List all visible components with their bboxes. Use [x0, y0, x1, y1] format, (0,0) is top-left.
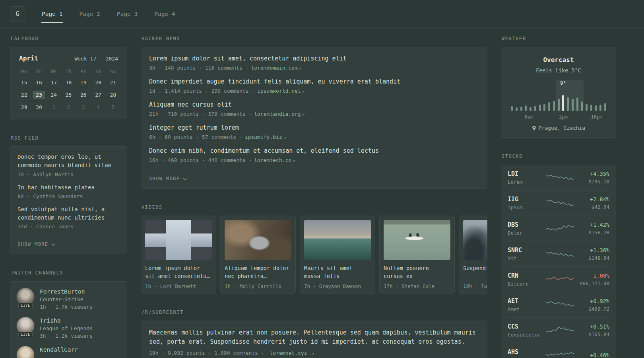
- channel-name[interactable]: ForrestBurton: [40, 288, 93, 295]
- stock-row: CRNBitcorn-1.00%$66,171.48: [507, 267, 610, 292]
- chevron-down-icon: [51, 243, 55, 246]
- video-title[interactable]: Aliquam tempor dolor nec pharetra…: [225, 264, 291, 280]
- news-item-domain[interactable]: ipsumworld.net: [257, 88, 301, 94]
- video-meta: 1h · Lori Barnett: [145, 283, 212, 289]
- show-more-label: SHOW MORE: [17, 241, 48, 247]
- video-thumbnail-hands-holding-camera[interactable]: [225, 220, 291, 260]
- twitch-channel: LIVEKendallCarr: [17, 346, 120, 358]
- video-thumbnail-boat-wake-sea[interactable]: [304, 220, 371, 260]
- video-meta: 1h · Molly Carrillo: [225, 283, 291, 289]
- calendar-weekday: Tu: [31, 67, 46, 76]
- app-logo[interactable]: G: [10, 6, 25, 21]
- weather-hourly-chart: 9° 6am2pm10pm: [511, 80, 606, 120]
- channel-category: Counter-Strike: [40, 296, 93, 302]
- calendar-day: 23: [31, 89, 46, 101]
- news-list: Lorem ipsum dolor sit amet, consectetur …: [149, 54, 479, 163]
- widget-title-videos: VIDEOS: [142, 204, 487, 210]
- channel-avatar[interactable]: [17, 346, 34, 358]
- stock-row: AETAmet+0.92%$499.72: [507, 292, 610, 317]
- dashboard-page: G Page 1Page 2Page 3Page 4 CALENDAR Apri…: [0, 0, 644, 358]
- calendar-day: 26: [76, 89, 91, 101]
- weather-bar: [572, 99, 574, 111]
- news-item-domain[interactable]: loremtech.co: [254, 157, 291, 163]
- tab-page-1[interactable]: Page 1: [41, 0, 63, 28]
- video-thumbnail-concrete-cross-sky[interactable]: [145, 220, 212, 260]
- rss-widget: RSS FEED Donec tempor eros leo, ut commo…: [10, 135, 127, 254]
- video-thumbnail-foggy-figure[interactable]: [463, 220, 487, 260]
- sparkline-chart: [545, 274, 574, 286]
- weather-bar: [581, 101, 583, 111]
- stock-name: Amet: [508, 306, 544, 312]
- weather-bar: [511, 106, 513, 111]
- stock-name: Consectetur: [508, 332, 544, 338]
- hacker-news-widget: HACKER NEWS Lorem ipsum dolor sit amet, …: [141, 36, 487, 189]
- sparkline-chart: [545, 197, 574, 209]
- reddit-post-domain[interactable]: loremnet.xyz: [270, 350, 307, 356]
- news-item-title[interactable]: Donec imperdiet augue tincidunt felis al…: [149, 78, 479, 86]
- stock-row: LDILorem+4.35%$795.18: [507, 165, 610, 190]
- stocks-list: LDILorem+4.35%$795.18IIGIpsum+2.84%$42.0…: [507, 165, 610, 358]
- channel-name[interactable]: Trisha: [40, 317, 93, 324]
- news-item-domain[interactable]: ipsumify.biz: [245, 134, 282, 140]
- news-item-title[interactable]: Aliquam nec cursus elit: [149, 101, 479, 109]
- stock-ticker[interactable]: AET: [508, 298, 544, 305]
- stock-sparkline: [544, 197, 575, 209]
- videos-row: Lorem ipsum dolor sit amet consectetu…1h…: [141, 216, 487, 294]
- calendar-weekday: Mo: [17, 67, 31, 76]
- page-tabs: Page 1Page 2Page 3Page 4: [41, 0, 176, 28]
- tab-page-3[interactable]: Page 3: [116, 0, 138, 28]
- channel-name[interactable]: KendallCarr: [40, 346, 78, 353]
- stock-ticker[interactable]: DBS: [508, 221, 544, 228]
- external-link-icon: ↗: [302, 112, 305, 117]
- stock-ticker[interactable]: AHS: [508, 348, 544, 356]
- hacker-news-show-more-button[interactable]: SHOW MORE: [149, 176, 187, 181]
- video-thumbnail-canoe-green-lake[interactable]: [384, 220, 450, 260]
- location-pin-icon: [532, 125, 536, 131]
- calendar-weekday: We: [47, 67, 61, 76]
- rss-item: Sed volutpat nulla nisl, a condimentum n…: [17, 205, 120, 230]
- stock-ticker[interactable]: CRN: [508, 272, 544, 279]
- rss-item-title[interactable]: Sed volutpat nulla nisl, a condimentum n…: [17, 205, 120, 222]
- video-title[interactable]: Lorem ipsum dolor sit amet consectetu…: [145, 264, 212, 280]
- sparkline-chart: [545, 248, 574, 260]
- video-title[interactable]: Nullam posuere cursus ex: [384, 264, 450, 280]
- calendar-day-grid: 1516171819202122232425262728293012345: [17, 76, 120, 113]
- stock-ticker[interactable]: SNRC: [508, 247, 544, 254]
- reddit-post-title[interactable]: Maecenas mollis pulvinar erat non posuer…: [149, 328, 479, 347]
- video-meta: 17h · Stefan Cole: [384, 283, 450, 289]
- video-title[interactable]: Suspendisse diam: [463, 264, 487, 280]
- rss-show-more-button[interactable]: SHOW MORE: [17, 241, 55, 247]
- external-link-icon: ↗: [311, 351, 314, 356]
- rss-item-meta: 8d · Cynthia Saunders: [17, 193, 120, 199]
- video-card: Nullam posuere cursus ex17h · Stefan Col…: [379, 216, 455, 294]
- news-item-title[interactable]: Donec enim nibh, condimentum et accumsan…: [149, 147, 479, 155]
- stock-ticker[interactable]: LDI: [508, 170, 544, 177]
- news-item-title[interactable]: Integer eget rutrum lorem: [149, 124, 479, 132]
- rss-item-title[interactable]: Donec tempor eros leo, ut commodo mauris…: [17, 153, 120, 170]
- tab-page-2[interactable]: Page 2: [78, 0, 101, 28]
- news-item-domain[interactable]: loremlandia.org: [254, 111, 301, 117]
- calendar-day: 4: [91, 101, 105, 113]
- calendar-day: 19: [76, 76, 91, 89]
- news-item-title[interactable]: Lorem ipsum dolor sit amet, consectetur …: [149, 54, 479, 63]
- tab-page-4[interactable]: Page 4: [153, 0, 176, 28]
- calendar-weekday: Fr: [76, 67, 91, 76]
- video-title[interactable]: Mauris sit amet massa felis: [304, 264, 371, 280]
- news-item-domain[interactable]: loremdomain.com: [251, 65, 297, 71]
- stock-ticker[interactable]: CCS: [508, 323, 544, 330]
- calendar-day-selected: 23: [33, 91, 45, 99]
- calendar-day: 30: [31, 101, 46, 113]
- rss-item-title[interactable]: In hac habitasse platea: [17, 183, 120, 192]
- stock-price: $148.64: [575, 255, 609, 261]
- video-card: Mauris sit amet massa felis7h · Grayson …: [300, 216, 375, 294]
- stock-change: +1.42%: [575, 222, 609, 228]
- calendar-week-year: Week 17 · 2024: [74, 56, 118, 62]
- reddit-post-stats: 19h · 9,932 points · 1,090 comments ·: [149, 350, 264, 356]
- widget-title-rss: RSS FEED: [11, 135, 127, 141]
- stock-ticker[interactable]: IIG: [508, 196, 544, 203]
- weather-bar: [599, 105, 601, 111]
- stock-price: $156.28: [575, 230, 609, 235]
- stock-price: $42.04: [575, 204, 609, 210]
- video-card: Suspendisse diam18h · Tara: [459, 216, 487, 294]
- weather-location: Prague, Czechia: [508, 125, 609, 131]
